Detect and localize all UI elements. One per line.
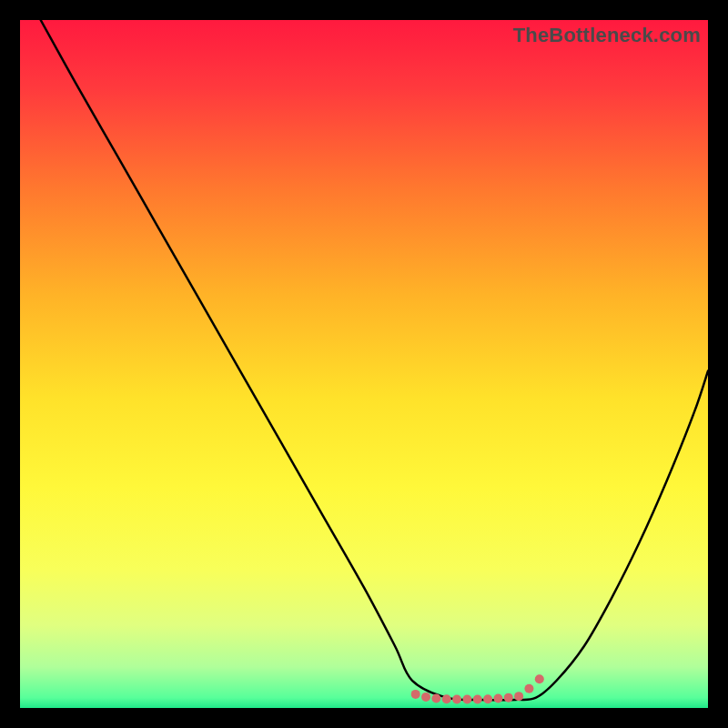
gradient-background	[20, 20, 708, 708]
marker-dot	[535, 674, 544, 683]
chart-frame: TheBottleneck.com	[0, 0, 728, 728]
marker-dot	[473, 695, 482, 704]
marker-dot	[462, 695, 471, 704]
marker-dot	[493, 693, 502, 703]
marker-dot	[452, 695, 461, 704]
marker-dot	[442, 694, 451, 703]
marker-dot	[421, 693, 430, 702]
marker-dot	[524, 684, 533, 693]
marker-dot	[514, 692, 523, 701]
plot-area: TheBottleneck.com	[20, 20, 708, 708]
watermark-label: TheBottleneck.com	[513, 24, 701, 47]
marker-dot	[431, 693, 440, 703]
marker-dot	[504, 693, 513, 703]
chart-canvas	[20, 20, 708, 708]
marker-dot	[411, 690, 420, 699]
marker-dot	[483, 694, 492, 703]
